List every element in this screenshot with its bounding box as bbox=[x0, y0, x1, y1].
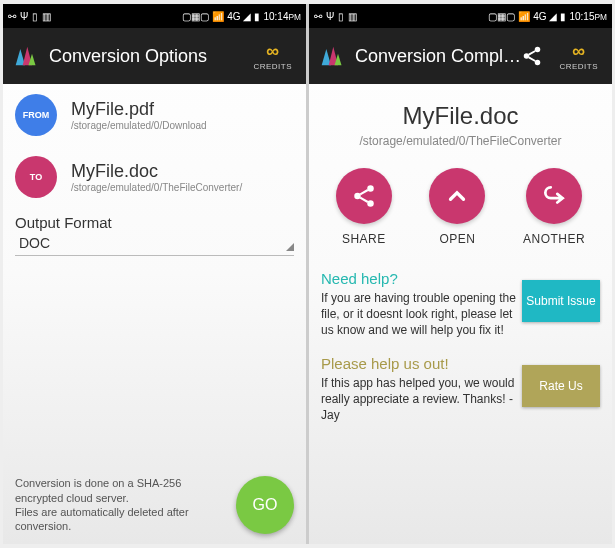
go-button[interactable]: GO bbox=[236, 476, 294, 534]
credits-label: CREDITS bbox=[253, 62, 292, 71]
svg-point-3 bbox=[367, 185, 374, 192]
signal-icon: ◢ bbox=[549, 11, 557, 22]
svg-point-1 bbox=[524, 53, 530, 59]
footer-notice: Conversion is done on a SHA-256 encrypte… bbox=[15, 476, 236, 533]
screen-conversion-options: ⚯ Ψ ▯ ▥ ▢▦▢ 📶 4G ◢ ▮ 10:14PM Conversion … bbox=[3, 4, 306, 544]
voicemail-icon: ⚯ bbox=[8, 11, 16, 22]
svg-point-4 bbox=[354, 193, 361, 200]
battery-icon: ▮ bbox=[254, 11, 260, 22]
source-file-row[interactable]: FROM MyFile.pdf /storage/emulated/0/Down… bbox=[3, 84, 306, 146]
voicemail-icon: ⚯ bbox=[314, 11, 322, 22]
share-button[interactable]: SHARE bbox=[336, 168, 392, 246]
app-logo-icon bbox=[11, 42, 39, 70]
output-format-select[interactable]: DOC bbox=[15, 233, 294, 256]
rate-body: If this app has helped you, we would rea… bbox=[321, 375, 516, 424]
output-format-label: Output Format bbox=[3, 208, 306, 233]
rate-heading: Please help us out! bbox=[321, 355, 516, 372]
dest-file-row[interactable]: TO MyFile.doc /storage/emulated/0/TheFil… bbox=[3, 146, 306, 208]
result-filename: MyFile.doc bbox=[309, 102, 612, 130]
rate-us-button[interactable]: Rate Us bbox=[522, 365, 600, 407]
source-filename: MyFile.pdf bbox=[71, 99, 207, 120]
status-bar: ⚯ Ψ ▯ ▥ ▢▦▢ 📶 4G ◢ ▮ 10:14PM bbox=[3, 4, 306, 28]
signal-icon: 📶 bbox=[212, 11, 224, 22]
bars-icon: ▥ bbox=[348, 11, 357, 22]
to-badge: TO bbox=[15, 156, 57, 198]
svg-point-0 bbox=[535, 47, 541, 53]
result-path: /storage/emulated/0/TheFileConverter bbox=[309, 134, 612, 148]
share-label: SHARE bbox=[342, 232, 386, 246]
rate-section: Please help us out! If this app has help… bbox=[321, 355, 600, 424]
signal-icon: 📶 bbox=[518, 11, 530, 22]
usb-icon: Ψ bbox=[20, 11, 28, 22]
chevron-up-icon bbox=[444, 183, 470, 209]
usb-icon: Ψ bbox=[326, 11, 334, 22]
share-icon[interactable] bbox=[521, 45, 543, 67]
credits-label: CREDITS bbox=[559, 62, 598, 71]
signal-icon: ◢ bbox=[243, 11, 251, 22]
screen-conversion-complete: ⚯ Ψ ▯ ▥ ▢▦▢ 📶 4G ◢ ▮ 10:15PM Conversion … bbox=[309, 4, 612, 544]
header-title: Conversion Options bbox=[49, 46, 247, 67]
submit-issue-button[interactable]: Submit Issue bbox=[522, 280, 600, 322]
open-button[interactable]: OPEN bbox=[429, 168, 485, 246]
svg-point-5 bbox=[367, 200, 374, 207]
another-button[interactable]: ANOTHER bbox=[523, 168, 585, 246]
clock-time: 10:14PM bbox=[263, 11, 301, 22]
source-path: /storage/emulated/0/Download bbox=[71, 120, 207, 131]
svg-point-2 bbox=[535, 60, 541, 65]
infinity-icon: ∞ bbox=[266, 41, 279, 62]
actions-row: SHARE OPEN ANOTHER bbox=[317, 168, 604, 246]
from-badge: FROM bbox=[15, 94, 57, 136]
status-bar: ⚯ Ψ ▯ ▥ ▢▦▢ 📶 4G ◢ ▮ 10:15PM bbox=[309, 4, 612, 28]
network-icon: 4G bbox=[227, 11, 240, 22]
battery-icon: ▮ bbox=[560, 11, 566, 22]
undo-icon bbox=[541, 183, 567, 209]
share-icon bbox=[351, 183, 377, 209]
network-icon: 4G bbox=[533, 11, 546, 22]
dropdown-triangle-icon bbox=[286, 243, 294, 251]
clock-time: 10:15PM bbox=[569, 11, 607, 22]
credits-button[interactable]: ∞ CREDITS bbox=[553, 37, 604, 75]
sim-icon: ▯ bbox=[32, 11, 38, 22]
vibrate-icon: ▢▦▢ bbox=[182, 11, 209, 22]
app-header: Conversion Comple... ∞ CREDITS bbox=[309, 28, 612, 84]
dest-filename: MyFile.doc bbox=[71, 161, 242, 182]
dest-path: /storage/emulated/0/TheFileConverter/ bbox=[71, 182, 242, 193]
another-label: ANOTHER bbox=[523, 232, 585, 246]
help-section: Need help? If you are having trouble ope… bbox=[321, 270, 600, 339]
app-logo-icon bbox=[317, 42, 345, 70]
vibrate-icon: ▢▦▢ bbox=[488, 11, 515, 22]
sim-icon: ▯ bbox=[338, 11, 344, 22]
help-heading: Need help? bbox=[321, 270, 516, 287]
footer: Conversion is done on a SHA-256 encrypte… bbox=[3, 476, 306, 534]
help-body: If you are having trouble opening the fi… bbox=[321, 290, 516, 339]
header-title: Conversion Comple... bbox=[355, 46, 521, 67]
infinity-icon: ∞ bbox=[572, 41, 585, 62]
output-format-value: DOC bbox=[15, 235, 50, 251]
app-header: Conversion Options ∞ CREDITS bbox=[3, 28, 306, 84]
open-label: OPEN bbox=[439, 232, 475, 246]
bars-icon: ▥ bbox=[42, 11, 51, 22]
credits-button[interactable]: ∞ CREDITS bbox=[247, 37, 298, 75]
